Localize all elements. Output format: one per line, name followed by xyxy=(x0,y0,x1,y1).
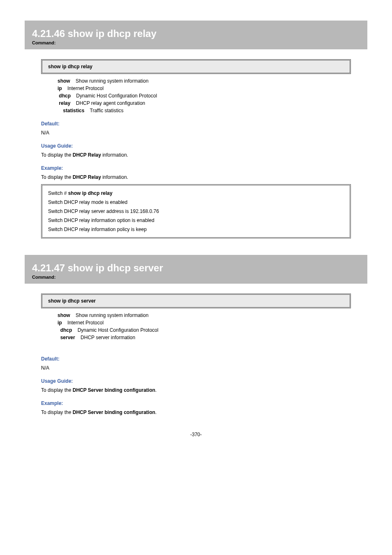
text-bold: DHCP Relay xyxy=(73,152,101,158)
text: To display the xyxy=(41,152,73,158)
param-term: dhcp xyxy=(59,93,71,99)
usage-guide-label: Usage Guide: xyxy=(41,378,351,384)
command-box: show ip dhcp server xyxy=(41,294,351,308)
param-term: relay xyxy=(59,100,70,106)
param-term: statistics xyxy=(63,108,84,113)
text: . xyxy=(155,387,157,393)
section-title: 4.21.47 show ip dhcp server xyxy=(32,262,360,274)
text: . xyxy=(155,409,157,415)
text-bold: DHCP Server binding configuration xyxy=(73,387,155,393)
example-text: To display the DHCP Relay information. xyxy=(41,174,351,180)
param-line: relay DHCP relay agent configuration xyxy=(58,100,351,106)
default-label: Default: xyxy=(41,356,351,362)
param-desc: Show running system information xyxy=(76,312,148,318)
command-box: show ip dhcp relay xyxy=(41,59,351,74)
text: information. xyxy=(101,152,128,158)
param-line: dhcp Dynamic Host Configuration Protocol xyxy=(58,327,351,333)
text: To display the xyxy=(41,174,73,180)
output-line: Switch # show ip dhcp relay xyxy=(46,189,346,198)
page-number: -370- xyxy=(0,432,392,437)
param-line: ip Internet Protocol xyxy=(58,86,351,91)
text: information. xyxy=(101,174,128,180)
param-desc: Dynamic Host Configuration Protocol xyxy=(76,93,157,99)
usage-guide-text: To display the DHCP Relay information. xyxy=(41,152,351,158)
param-desc: Show running system information xyxy=(76,78,148,84)
param-line: server DHCP server information xyxy=(58,335,351,340)
section-content: show ip dhcp server show Show running sy… xyxy=(41,294,351,415)
example-label: Example: xyxy=(41,400,351,406)
param-line: ip Internet Protocol xyxy=(58,320,351,326)
output-line: Switch DHCP relay mode is enabled xyxy=(46,198,346,207)
param-desc: Traffic statistics xyxy=(90,108,124,113)
param-desc: DHCP server information xyxy=(81,335,135,340)
param-term: ip xyxy=(58,86,62,91)
default-value: N/A xyxy=(41,365,351,371)
section-title: 4.21.46 show ip dhcp relay xyxy=(32,28,360,39)
param-line: show Show running system information xyxy=(58,78,351,84)
param-desc: DHCP relay agent configuration xyxy=(76,100,145,106)
param-term: ip xyxy=(58,320,62,326)
text: To display the xyxy=(41,409,73,415)
param-term: server xyxy=(60,335,75,340)
default-label: Default: xyxy=(41,121,351,127)
example-label: Example: xyxy=(41,165,351,171)
section-header: 4.21.46 show ip dhcp relay Command: xyxy=(25,21,367,49)
output-line: Switch DHCP relay information policy is … xyxy=(46,225,346,234)
text-bold: DHCP Relay xyxy=(73,174,101,180)
param-line: show Show running system information xyxy=(58,312,351,318)
param-line: statistics Traffic statistics xyxy=(58,108,351,113)
param-desc: Internet Protocol xyxy=(67,86,104,91)
output-command: show ip dhcp relay xyxy=(68,190,113,196)
output-box: Switch # show ip dhcp relay Switch DHCP … xyxy=(41,184,351,238)
text: Switch # xyxy=(48,190,68,196)
output-line: Switch DHCP relay information option is … xyxy=(46,216,346,225)
section-header: 4.21.47 show ip dhcp server Command: xyxy=(25,255,367,284)
param-desc: Dynamic Host Configuration Protocol xyxy=(78,327,159,333)
param-term: show xyxy=(58,78,70,84)
usage-guide-text: To display the DHCP Server binding confi… xyxy=(41,387,351,393)
example-text: To display the DHCP Server binding confi… xyxy=(41,409,351,415)
section-content: show ip dhcp relay show Show running sys… xyxy=(41,59,351,238)
param-term: show xyxy=(58,312,70,318)
default-value: N/A xyxy=(41,130,351,136)
text-bold: DHCP Server binding configuration xyxy=(73,409,155,415)
section-subtitle: Command: xyxy=(32,40,360,45)
param-desc: Internet Protocol xyxy=(67,320,104,326)
param-term: dhcp xyxy=(60,327,72,333)
usage-guide-label: Usage Guide: xyxy=(41,143,351,149)
param-line: dhcp Dynamic Host Configuration Protocol xyxy=(58,93,351,99)
text: To display the xyxy=(41,387,73,393)
output-line: Switch DHCP relay server address is 192.… xyxy=(46,207,346,216)
section-subtitle: Command: xyxy=(32,275,360,280)
